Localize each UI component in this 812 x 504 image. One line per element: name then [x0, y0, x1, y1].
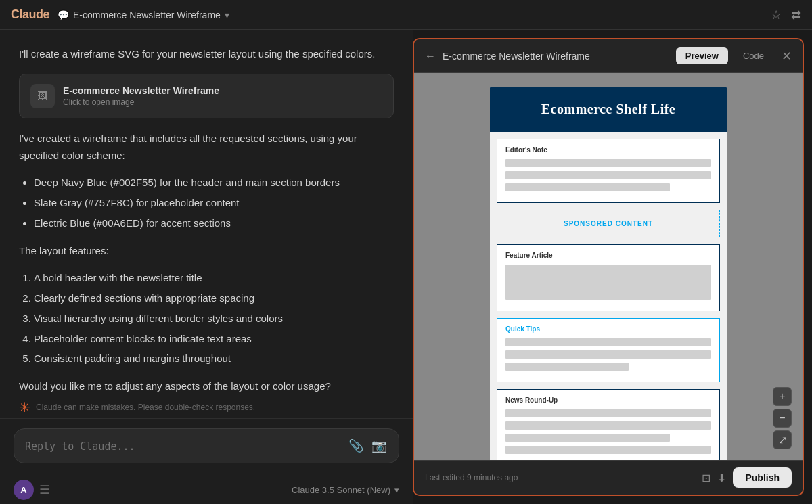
intro-message: I'll create a wireframe SVG for your new… — [19, 46, 394, 63]
placeholder-block — [505, 363, 629, 371]
description-text: I've created a wireframe that includes a… — [19, 131, 394, 164]
back-button[interactable]: ← — [425, 50, 436, 62]
user-avatar: A — [14, 480, 34, 500]
publish-button[interactable]: Publish — [733, 467, 792, 488]
claude-asterisk-icon: ✳ — [19, 399, 30, 415]
chat-input-area: 📎 📷 — [0, 418, 413, 474]
artifact-card-subtitle: Click to open image — [63, 97, 219, 107]
artifact-panel-header: ← E-commerce Newsletter Wireframe Previe… — [414, 39, 803, 73]
newsletter-quicktips: Quick Tips — [497, 318, 720, 382]
close-button[interactable]: ✕ — [782, 49, 792, 64]
chat-panel: I'll create a wireframe SVG for your new… — [0, 30, 413, 504]
artifact-panel: ← E-commerce Newsletter Wireframe Previe… — [413, 38, 804, 496]
feature-5: Consistent padding and margins throughou… — [34, 350, 394, 367]
attachment-icon: 📎 — [348, 439, 363, 453]
newsletter-editors-note: Editor's Note — [497, 139, 720, 203]
quicktips-label: Quick Tips — [505, 325, 711, 333]
feature-1: A bold header with the newsletter title — [34, 270, 394, 287]
newsletter-sponsored: SPONSORED CONTENT — [497, 210, 720, 237]
bullets-list: Deep Navy Blue (#002F55) for the header … — [19, 175, 394, 231]
newsletter-news: News Round-Up — [497, 389, 720, 460]
artifact-panel-footer: Last edited 9 minutes ago ⊡ ⬇ Publish — [414, 460, 803, 495]
main-content: I'll create a wireframe SVG for your new… — [0, 30, 812, 504]
feature-2: Clearly defined sections with appropriat… — [34, 290, 394, 307]
tab-code[interactable]: Code — [734, 47, 773, 64]
closing-text: Would you like me to adjust any aspects … — [19, 378, 394, 395]
artifact-header-left: ← E-commerce Newsletter Wireframe — [425, 50, 590, 62]
footer-actions: ⊡ ⬇ Publish — [702, 467, 792, 488]
disclaimer-text: Claude can make mistakes. Please double-… — [36, 403, 255, 412]
newsletter-header: Ecommerce Shelf Life — [490, 87, 727, 132]
placeholder-block — [505, 265, 711, 300]
artifact-content: Ecommerce Shelf Life Editor's Note SPONS… — [414, 73, 803, 460]
topbar-title: 💬 E-commerce Newsletter Wireframe ▾ — [58, 9, 229, 20]
topbar-right: ☆ ⇄ — [771, 7, 801, 22]
bullet-3: Electric Blue (#00A6ED) for accent secti… — [34, 215, 394, 232]
zoom-controls: + − ⤢ — [773, 387, 792, 449]
sidebar-toggle-icon[interactable]: ☰ — [39, 482, 50, 497]
last-edited-time: Last edited 9 minutes ago — [425, 473, 518, 482]
footer-left: A ☰ — [14, 480, 50, 500]
feature-4: Placeholder content blocks to indicate t… — [34, 331, 394, 348]
share-icon[interactable]: ⇄ — [791, 7, 801, 22]
model-dropdown-icon: ▾ — [394, 485, 399, 495]
sponsored-label: SPONSORED CONTENT — [505, 220, 711, 227]
placeholder-block — [505, 350, 711, 359]
topbar-title-text: E-commerce Newsletter Wireframe — [73, 9, 221, 20]
expand-button[interactable]: ⤢ — [773, 430, 792, 449]
zoom-in-button[interactable]: + — [773, 387, 792, 406]
artifact-header-right: Preview Code ✕ — [676, 47, 792, 64]
claude-disclaimer-row: ✳ Claude can make mistakes. Please doubl… — [0, 399, 413, 418]
newsletter-title: Ecommerce Shelf Life — [503, 101, 713, 117]
feature-3: Visual hierarchy using different border … — [34, 311, 394, 327]
topbar-left: Claude 💬 E-commerce Newsletter Wireframe… — [11, 7, 229, 22]
artifact-info: E-commerce Newsletter Wireframe Click to… — [63, 85, 219, 107]
artifact-card-name: E-commerce Newsletter Wireframe — [63, 85, 219, 96]
placeholder-block — [505, 338, 711, 346]
bullet-1: Deep Navy Blue (#002F55) for the header … — [34, 175, 394, 191]
placeholder-block — [505, 409, 711, 417]
newsletter-wireframe: Ecommerce Shelf Life Editor's Note SPONS… — [490, 87, 727, 460]
placeholder-block — [505, 434, 670, 442]
dropdown-icon[interactable]: ▾ — [225, 9, 229, 20]
artifact-card-icon: 🖼 — [30, 84, 55, 108]
camera-icon: 📷 — [371, 439, 386, 453]
placeholder-block — [505, 421, 711, 430]
tab-preview[interactable]: Preview — [676, 47, 728, 64]
model-selector[interactable]: Claude 3.5 Sonnet (New) ▾ — [292, 485, 399, 495]
newsletter-feature: Feature Article — [497, 244, 720, 311]
news-label: News Round-Up — [505, 396, 711, 404]
placeholder-block — [505, 171, 711, 179]
placeholder-block — [505, 183, 670, 191]
bullet-2: Slate Gray (#757F8C) for placeholder con… — [34, 195, 394, 212]
chat-footer: A ☰ Claude 3.5 Sonnet (New) ▾ — [0, 474, 413, 504]
features-intro: The layout features: — [19, 243, 394, 260]
editors-note-label: Editor's Note — [505, 146, 711, 154]
zoom-out-button[interactable]: − — [773, 409, 792, 428]
chat-messages: I'll create a wireframe SVG for your new… — [0, 30, 413, 399]
camera-button[interactable]: 📷 — [370, 437, 388, 455]
download-button[interactable]: ⬇ — [717, 472, 726, 484]
claude-logo: Claude — [11, 7, 49, 22]
model-label: Claude 3.5 Sonnet (New) — [292, 485, 390, 495]
expand-window-button[interactable]: ⊡ — [702, 472, 710, 484]
feature-label: Feature Article — [505, 252, 711, 259]
topbar: Claude 💬 E-commerce Newsletter Wireframe… — [0, 0, 812, 30]
star-icon[interactable]: ☆ — [771, 7, 782, 22]
artifact-card[interactable]: 🖼 E-commerce Newsletter Wireframe Click … — [19, 74, 394, 118]
reply-input[interactable] — [25, 440, 340, 455]
features-list: A bold header with the newsletter title … — [19, 270, 394, 367]
placeholder-block — [505, 159, 711, 167]
input-box: 📎 📷 — [14, 428, 399, 463]
artifact-panel-title: E-commerce Newsletter Wireframe — [443, 51, 590, 62]
chat-icon: 💬 — [58, 9, 69, 20]
input-actions: 📎 📷 — [347, 437, 388, 455]
placeholder-block — [505, 446, 711, 454]
attachment-button[interactable]: 📎 — [347, 437, 365, 455]
